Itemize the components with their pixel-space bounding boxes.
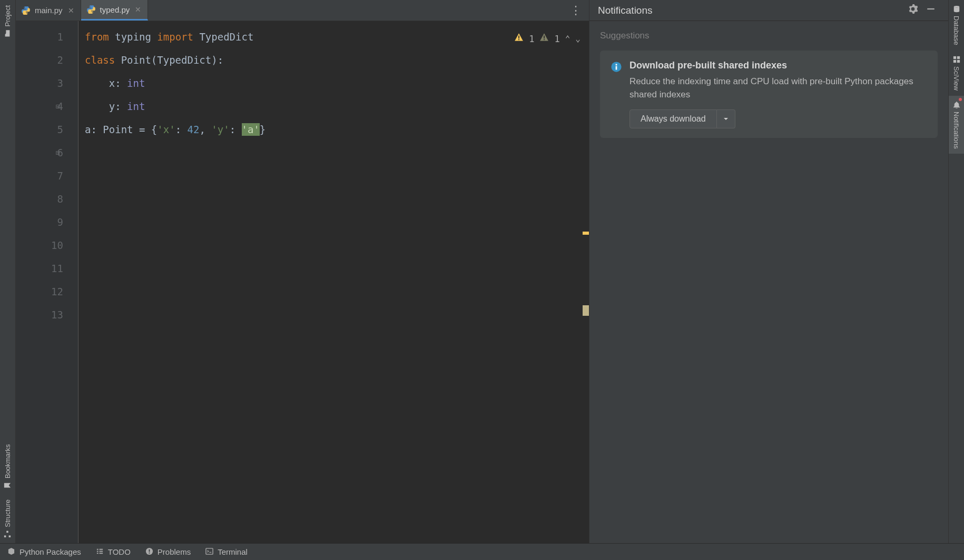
inspection-summary[interactable]: 1 1 ⌃ ⌄ xyxy=(514,27,581,51)
svg-rect-19 xyxy=(99,551,103,552)
python-file-icon xyxy=(86,5,96,14)
notification-title: Download pre-built shared indexes xyxy=(629,60,927,71)
code-line[interactable]: class Point(TypedDict): xyxy=(78,48,589,72)
tab-overflow-menu[interactable]: ⋮ xyxy=(563,0,589,21)
svg-rect-23 xyxy=(149,549,150,552)
svg-rect-24 xyxy=(149,552,150,553)
line-number: 13 xyxy=(16,303,63,326)
notification-description: Reduce the indexing time and CPU load wi… xyxy=(629,75,927,101)
chevron-up-icon[interactable]: ⌃ xyxy=(565,27,570,51)
svg-rect-10 xyxy=(616,64,617,66)
line-number: 7 xyxy=(16,164,63,187)
line-number-gutter: 1 2 3 ⊟4 5 ⊟6 7 8 9 10 11 12 13 xyxy=(16,21,78,543)
toolwindow-todo[interactable]: TODO xyxy=(96,547,131,557)
notifications-header: Notifications xyxy=(589,0,948,21)
code-line[interactable]: a: Point = {'x': 42, 'y': 'a'} xyxy=(78,118,589,141)
minimize-icon[interactable] xyxy=(922,4,940,16)
svg-rect-0 xyxy=(4,536,6,538)
right-tool-gutter: Database SciView Notifications xyxy=(948,0,964,543)
packages-icon xyxy=(7,547,15,557)
always-download-dropdown[interactable] xyxy=(717,109,735,128)
code-line[interactable]: from typing import TypedDict xyxy=(78,25,589,48)
toolwindow-structure-label: Structure xyxy=(4,499,12,527)
toolwindow-problems[interactable]: Problems xyxy=(145,547,191,557)
line-number: 2 xyxy=(16,48,63,72)
folder-icon xyxy=(4,29,12,37)
chevron-down-icon xyxy=(723,116,729,122)
notification-dot-icon xyxy=(959,98,962,101)
bottom-tool-bar: Python Packages TODO Problems Terminal xyxy=(0,543,964,560)
svg-rect-1 xyxy=(9,536,11,538)
database-icon xyxy=(952,5,961,13)
always-download-button[interactable]: Always download xyxy=(629,109,717,128)
editor-area: main.py ✕ typed.py ✕ ⋮ 1 2 3 ⊟4 5 xyxy=(16,0,589,543)
toolwindow-database[interactable]: Database xyxy=(949,0,964,51)
tab-typed-py[interactable]: typed.py ✕ xyxy=(81,0,149,21)
info-icon xyxy=(611,61,622,73)
python-packages-label: Python Packages xyxy=(19,547,81,556)
toolwindow-sciview-label: SciView xyxy=(952,66,960,91)
toolwindow-database-label: Database xyxy=(952,16,960,45)
svg-rect-3 xyxy=(518,36,519,39)
line-number: 5 xyxy=(16,118,63,141)
toolwindow-project-label: Project xyxy=(4,5,12,26)
structure-icon xyxy=(4,530,12,538)
caret-marker xyxy=(583,305,589,316)
toolwindow-notifications[interactable]: Notifications xyxy=(949,96,964,154)
bookmark-icon xyxy=(4,481,12,489)
tab-typed-label: typed.py xyxy=(100,5,130,14)
line-number: 1 xyxy=(16,25,63,48)
weak-warning-count: 1 xyxy=(554,27,559,51)
code-editor[interactable]: 1 1 ⌃ ⌄ from typing import TypedDict cla… xyxy=(78,21,589,543)
gear-icon[interactable] xyxy=(904,4,922,16)
svg-rect-16 xyxy=(97,548,99,549)
svg-rect-17 xyxy=(99,548,103,549)
chevron-down-icon[interactable]: ⌄ xyxy=(575,27,581,51)
notifications-title: Notifications xyxy=(598,5,653,16)
editor-tab-bar: main.py ✕ typed.py ✕ ⋮ xyxy=(16,0,589,21)
toolwindow-structure[interactable]: Structure xyxy=(0,494,15,543)
svg-rect-13 xyxy=(957,56,959,59)
toolwindow-sciview[interactable]: SciView xyxy=(949,51,964,96)
toolwindow-python-packages[interactable]: Python Packages xyxy=(7,547,81,557)
tab-main-label: main.py xyxy=(35,6,63,15)
svg-rect-6 xyxy=(544,39,545,40)
svg-point-11 xyxy=(953,6,959,8)
line-number: 10 xyxy=(16,234,63,257)
svg-rect-4 xyxy=(518,39,519,40)
suggestions-heading: Suggestions xyxy=(600,31,938,41)
toolwindow-project[interactable]: Project xyxy=(0,0,15,42)
svg-rect-14 xyxy=(953,60,956,63)
svg-rect-2 xyxy=(7,531,9,533)
warning-icon xyxy=(514,27,524,51)
error-stripe[interactable] xyxy=(582,21,589,543)
line-number: 3 xyxy=(16,72,63,95)
line-number: 11 xyxy=(16,257,63,280)
close-icon[interactable]: ✕ xyxy=(67,6,75,15)
left-tool-gutter: Project Bookmarks Structure xyxy=(0,0,16,543)
toolwindow-terminal[interactable]: Terminal xyxy=(205,547,248,557)
svg-rect-7 xyxy=(927,8,935,9)
weak-warning-icon xyxy=(539,27,549,51)
terminal-label: Terminal xyxy=(218,547,248,556)
tab-main-py[interactable]: main.py ✕ xyxy=(16,0,81,21)
toolwindow-notifications-label: Notifications xyxy=(952,112,960,149)
svg-rect-5 xyxy=(544,36,545,39)
svg-rect-25 xyxy=(206,548,213,554)
svg-rect-18 xyxy=(97,551,99,552)
todo-label: TODO xyxy=(108,547,131,556)
code-line[interactable]: y: int xyxy=(78,95,589,118)
warning-marker[interactable] xyxy=(583,232,589,235)
line-number: 8 xyxy=(16,187,63,211)
bell-icon xyxy=(952,101,961,108)
svg-rect-20 xyxy=(97,553,99,554)
notifications-toolwindow: Notifications Suggestions Download pre-b… xyxy=(589,0,948,543)
svg-rect-15 xyxy=(957,60,959,63)
fold-end-icon[interactable]: ⊟ xyxy=(56,141,60,164)
close-icon[interactable]: ✕ xyxy=(134,5,142,14)
toolwindow-bookmarks[interactable]: Bookmarks xyxy=(0,439,15,494)
code-line[interactable]: x: int xyxy=(78,72,589,95)
problems-label: Problems xyxy=(158,547,191,556)
fold-start-icon[interactable]: ⊟ xyxy=(56,95,60,118)
svg-rect-12 xyxy=(953,56,956,59)
